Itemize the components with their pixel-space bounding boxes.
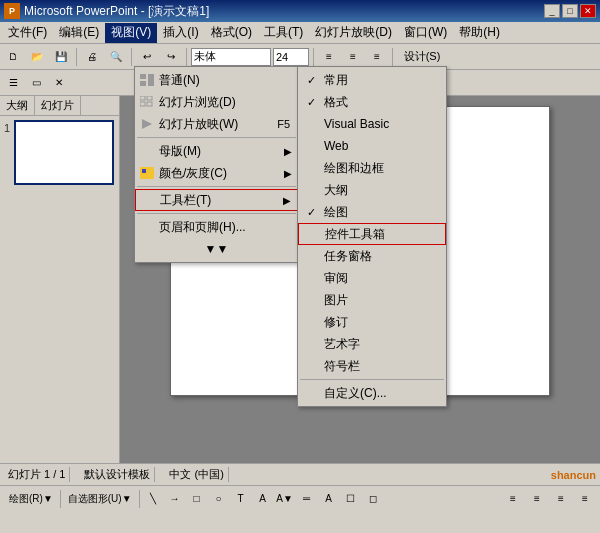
align-distribute-button[interactable]: ≡ — [502, 488, 524, 510]
menu-format[interactable]: 格式(O) — [205, 23, 258, 43]
ellipse-tool[interactable]: ○ — [208, 488, 230, 510]
slide-thumbnail-1[interactable] — [14, 120, 114, 185]
submenu-common[interactable]: ✓ 常用 — [298, 69, 446, 91]
check-draw: ✓ — [302, 206, 320, 219]
submenu-controls[interactable]: 控件工具箱 — [298, 223, 446, 245]
submenu-sep — [300, 379, 444, 380]
toolbar-arrow: ▶ — [283, 195, 293, 206]
tab-slides[interactable]: 幻灯片 — [35, 96, 81, 115]
menu-insert[interactable]: 插入(I) — [157, 23, 204, 43]
svg-rect-2 — [140, 81, 146, 86]
title-bar-left: P Microsoft PowerPoint - [演示文稿1] — [4, 3, 209, 20]
menu-bar: 文件(F) 编辑(E) 视图(V) 插入(I) 格式(O) 工具(T) 幻灯片放… — [0, 22, 600, 44]
align-left-button[interactable]: ≡ — [318, 46, 340, 68]
align-right-btn[interactable]: ≡ — [526, 488, 548, 510]
status-bar: 幻灯片 1 / 1 默认设计模板 中文 (中国) shancun — [0, 463, 600, 485]
submenu-vba[interactable]: Visual Basic — [298, 113, 446, 135]
menu-tools[interactable]: 工具(T) — [258, 23, 309, 43]
font-color-button[interactable]: A — [318, 488, 340, 510]
draw-button[interactable]: 绘图(R)▼ — [4, 488, 58, 510]
redo-button[interactable]: ↪ — [160, 46, 182, 68]
menu-slideshow[interactable]: 幻灯片放映(D) — [309, 23, 398, 43]
font-name-input[interactable] — [191, 48, 271, 66]
textbox-tool[interactable]: T — [230, 488, 252, 510]
title-controls[interactable]: _ □ ✕ — [544, 4, 596, 18]
design-button[interactable]: 设计(S) — [397, 46, 447, 68]
bottom-sep-2 — [139, 490, 140, 508]
toolbar-separator-1 — [76, 48, 77, 66]
view-sep-2 — [137, 186, 296, 187]
rect-tool[interactable]: □ — [186, 488, 208, 510]
slide-list: 1 — [0, 116, 119, 463]
close-button[interactable]: ✕ — [580, 4, 596, 18]
open-button[interactable]: 📂 — [26, 46, 48, 68]
maximize-button[interactable]: □ — [562, 4, 578, 18]
preview-button[interactable]: 🔍 — [105, 46, 127, 68]
new-button[interactable]: 🗋 — [2, 46, 24, 68]
submenu-format[interactable]: ✓ 格式 — [298, 91, 446, 113]
submenu-outline[interactable]: 大纲 — [298, 179, 446, 201]
view-slide-sorter[interactable]: 幻灯片浏览(D) — [135, 91, 298, 113]
view-color[interactable]: 颜色/灰度(C) ▶ — [135, 162, 298, 184]
submenu-review[interactable]: 审阅 — [298, 267, 446, 289]
submenu-draw-border[interactable]: 绘图和边框 — [298, 157, 446, 179]
wordart-tool[interactable]: A — [252, 488, 274, 510]
check-common: ✓ — [302, 74, 320, 87]
3d-button[interactable]: ◻ — [362, 488, 384, 510]
line-tool[interactable]: ╲ — [142, 488, 164, 510]
view-more[interactable]: ▼▼ — [135, 238, 298, 260]
toolbar-submenu[interactable]: ✓ 常用 ✓ 格式 Visual Basic Web 绘图和边框 大纲 ✓ 绘图 — [297, 66, 447, 407]
align-buttons: ≡ ≡ ≡ ≡ — [502, 488, 596, 510]
submenu-revision[interactable]: 修订 — [298, 311, 446, 333]
slide-count-status: 幻灯片 1 / 1 — [4, 467, 70, 482]
shadow-button[interactable]: ☐ — [340, 488, 362, 510]
view-master[interactable]: 母版(M) ▶ — [135, 140, 298, 162]
submenu-customize[interactable]: 自定义(C)... — [298, 382, 446, 404]
undo-button[interactable]: ↩ — [136, 46, 158, 68]
submenu-taskpane[interactable]: 任务窗格 — [298, 245, 446, 267]
outline-toggle[interactable]: ☰ — [2, 72, 24, 94]
left-panel: 大纲 幻灯片 1 — [0, 96, 120, 463]
arrow-tool[interactable]: → — [164, 488, 186, 510]
font-size-input[interactable] — [273, 48, 309, 66]
submenu-web[interactable]: Web — [298, 135, 446, 157]
submenu-symbols[interactable]: 符号栏 — [298, 355, 446, 377]
slides-toggle[interactable]: ▭ — [25, 72, 47, 94]
submenu-wordart[interactable]: 艺术字 — [298, 333, 446, 355]
menu-window[interactable]: 窗口(W) — [398, 23, 453, 43]
view-header-footer[interactable]: 页眉和页脚(H)... — [135, 216, 298, 238]
align-bottom-btn[interactable]: ≡ — [574, 488, 596, 510]
submenu-draw[interactable]: ✓ 绘图 — [298, 201, 446, 223]
menu-help[interactable]: 帮助(H) — [453, 23, 506, 43]
site-watermark: shancun — [551, 469, 596, 481]
app-icon: P — [4, 3, 20, 19]
panel-close[interactable]: ✕ — [48, 72, 70, 94]
view-sep-1 — [137, 137, 296, 138]
view-toolbar[interactable]: 工具栏(T) ▶ — [135, 189, 298, 211]
menu-view[interactable]: 视图(V) — [105, 23, 157, 43]
master-arrow: ▶ — [284, 146, 294, 157]
view-normal[interactable]: 普通(N) — [135, 69, 298, 91]
svg-rect-9 — [142, 169, 146, 173]
menu-edit[interactable]: 编辑(E) — [53, 23, 105, 43]
line-color-button[interactable]: ═ — [296, 488, 318, 510]
view-slideshow[interactable]: 幻灯片放映(W) F5 — [135, 113, 298, 135]
align-center-button[interactable]: ≡ — [342, 46, 364, 68]
submenu-picture[interactable]: 图片 — [298, 289, 446, 311]
minimize-button[interactable]: _ — [544, 4, 560, 18]
menu-file[interactable]: 文件(F) — [2, 23, 53, 43]
fill-color-button[interactable]: A▼ — [274, 488, 296, 510]
save-button[interactable]: 💾 — [50, 46, 72, 68]
align-right-button[interactable]: ≡ — [366, 46, 388, 68]
align-center-btn[interactable]: ≡ — [550, 488, 572, 510]
bottom-sep-1 — [60, 490, 61, 508]
slide-sorter-icon — [137, 91, 157, 113]
svg-rect-5 — [140, 102, 145, 106]
check-format: ✓ — [302, 96, 320, 109]
auto-shapes-button[interactable]: 自选图形(U)▼ — [63, 488, 137, 510]
print-button[interactable]: 🖨 — [81, 46, 103, 68]
toolbar-icon — [138, 190, 158, 210]
tab-outline[interactable]: 大纲 — [0, 96, 35, 115]
view-menu[interactable]: 普通(N) 幻灯片浏览(D) 幻灯片放映(W) F5 母版(M) ▶ 颜色/灰度… — [134, 66, 299, 263]
color-arrow: ▶ — [284, 168, 294, 179]
